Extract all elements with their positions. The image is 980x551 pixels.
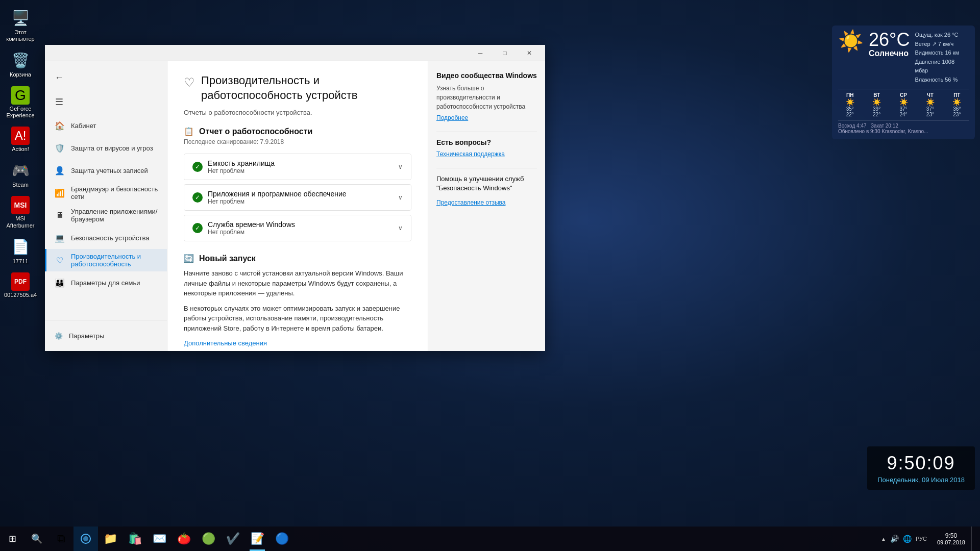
taskbar-clock[interactable]: 9:50 09.07.2018 [932,532,970,545]
health-item-windows-time-status: Нет проблем [208,229,295,236]
health-item-apps-header[interactable]: ✓ Приложения и программное обеспечение Н… [184,185,411,210]
taskbar-apps: ⧉ 📁 🛍️ ✉️ 🍅 🟢 ✔️ 📝 🔵 [49,527,294,551]
taskbar-store[interactable]: 🛍️ [122,527,147,551]
desktop-icon-steam[interactable]: 🎮 Steam [3,158,38,191]
new-start-title-row: 🔄 Новый запуск [184,254,411,263]
sidebar-item-cabinet-label: Кабинет [71,122,96,130]
minimize-button[interactable]: ─ [469,45,492,61]
close-button[interactable]: ✕ [518,45,541,61]
health-item-windows-time-info: Служба времени Windows Нет проблем [208,220,295,236]
sidebar-item-antivirus[interactable]: 🛡️ Защита от вирусов и угроз [45,137,167,159]
weather-forecast: ПН ☀️ 35° 22° ВТ ☀️ 39° 22° СР ☀️ 37° 24… [838,89,969,117]
right-panel-divider-2 [436,168,537,168]
page-subtitle: Отчеты о работоспособности устройства. [184,109,411,116]
start-button[interactable]: ⊞ [0,527,24,551]
pdf-icon: PDF [11,272,30,291]
health-item-storage: ✓ Емкость хранилища Нет проблем ∨ [184,154,411,180]
taskbar-todo[interactable]: ✔️ [220,527,245,551]
forecast-day-thu: ЧТ ☀️ 37° 23° [918,92,942,117]
desktop-icon-pdf[interactable]: PDF 00127505.а4 [3,270,38,301]
sidebar-item-family[interactable]: 👪 Параметры для семьи [45,271,167,294]
desktop-icon-geforce[interactable]: G GeForceExperience [3,84,38,121]
sidebar-item-family-label: Параметры для семьи [71,279,140,287]
word-icon: 📄 [10,237,31,257]
desktop-icon-msi[interactable]: MSI MSIAfterburner [3,193,38,231]
health-item-storage-left: ✓ Емкость хранилища Нет проблем [192,159,275,174]
right-panel-video-link[interactable]: Подробнее [436,114,537,121]
app-control-icon: 🖥 [55,211,65,220]
right-panel-video-title: Видео сообщества Windows [436,71,537,80]
sidebar-hamburger-button[interactable]: ☰ [49,92,69,112]
account-icon: 👤 [55,166,65,176]
taskbar-network-icon[interactable]: 🌐 [903,535,912,543]
page-title: Производительность и работоспособность у… [201,73,411,103]
forecast-day-mon: ПН ☀️ 35° 22° [838,92,862,117]
steam-icon: 🎮 [10,160,31,181]
report-section-header: 📋 Отчет о работоспособности [184,127,411,136]
this-pc-label: Этоткомпьютер [6,29,34,42]
performance-icon: ♡ [55,256,65,265]
recycle-bin-icon: 🗑️ [10,50,31,70]
taskbar-green-app[interactable]: 🟢 [196,527,220,551]
taskbar-cortana[interactable] [74,527,98,551]
desktop-icon-word[interactable]: 📄 17711 [3,234,38,267]
taskbar-task-view[interactable]: ⧉ [49,527,74,551]
right-panel-feedback-link[interactable]: Предоставление отзыва [436,199,537,206]
sidebar-item-app-control-label: Управление приложениями/браузером [71,208,159,223]
right-panel: Видео сообщества Windows Узнать больше о… [428,61,545,351]
window-body: ← ☰ 🏠 Кабинет 🛡️ Защита от вирусов и угр… [45,61,545,351]
health-item-apps-status: Нет проблем [208,198,347,205]
recycle-bin-label: Корзина [10,71,31,78]
desktop-icon-this-pc[interactable]: 🖥️ Этоткомпьютер [3,5,38,45]
maximize-button[interactable]: □ [493,45,517,61]
new-start-icon: 🔄 [184,254,194,263]
taskbar-pomodoro[interactable]: 🍅 [172,527,196,551]
taskbar-mail[interactable]: ✉️ [147,527,172,551]
sidebar-item-performance-label: Производительность и работоспособность [71,253,159,268]
sidebar-item-settings-label: Параметры [69,332,104,340]
sidebar-item-performance[interactable]: ♡ Производительность и работоспособность [45,249,167,271]
taskbar-show-desktop[interactable] [971,527,978,551]
taskbar-file-explorer[interactable]: 📁 [98,527,122,551]
taskbar-date: 09.07.2018 [937,539,965,545]
sidebar-item-cabinet[interactable]: 🏠 Кабинет [45,114,167,137]
desktop-icon-recycle-bin[interactable]: 🗑️ Корзина [3,47,38,81]
taskbar-time: 9:50 [945,532,957,539]
new-start-section: 🔄 Новый запуск Начните заново с чистой у… [184,254,411,347]
taskbar-language-indicator[interactable]: РУС [916,536,927,542]
health-chevron-time: ∨ [398,224,403,232]
desktop-icon-action[interactable]: A! Action! [3,124,38,155]
sidebar-item-account[interactable]: 👤 Защита учетных записей [45,159,167,182]
health-item-windows-time-left: ✓ Служба времени Windows Нет проблем [192,220,295,236]
health-item-storage-header[interactable]: ✓ Емкость хранилища Нет проблем ∨ [184,154,411,180]
taskbar-right: ▲ 🔊 🌐 РУС 9:50 09.07.2018 [877,527,980,551]
device-security-icon: 💻 [55,233,65,243]
taskbar-systray-icons: ▲ 🔊 🌐 РУС [877,535,931,543]
geforce-label: GeForceExperience [6,106,34,119]
taskbar: ⊞ 🔍 ⧉ 📁 🛍️ ✉️ 🍅 🟢 ✔️ 📝 🔵 ▲ 🔊 🌐 РУС [0,527,980,551]
right-panel-video-text: Узнать больше о производительности и раб… [436,84,537,111]
page-title-row: ♡ Производительность и работоспособность… [184,73,411,103]
sidebar-item-device-security[interactable]: 💻 Безопасность устройства [45,227,167,249]
main-window: ─ □ ✕ ← ☰ 🏠 Кабинет 🛡️ Защита от вирусов… [45,45,545,351]
sidebar-item-settings[interactable]: ⚙️ Параметры [45,324,167,347]
taskbar-volume-icon[interactable]: 🔊 [890,535,899,543]
new-start-link[interactable]: Дополнительные сведения [184,339,267,347]
sidebar-back-button[interactable]: ← [49,67,69,88]
sidebar-item-firewall[interactable]: 📶 Брандмауэр и безопасность сети [45,182,167,204]
health-check-storage-icon: ✓ [192,162,203,172]
weather-temperature: 26°C [869,31,910,49]
steam-label: Steam [12,182,29,188]
report-section-icon: 📋 [184,127,194,136]
desktop: 🖥️ Этоткомпьютер 🗑️ Корзина G GeForceExp… [0,0,980,551]
health-item-windows-time-header[interactable]: ✓ Служба времени Windows Нет проблем ∨ [184,215,411,241]
taskbar-chevron-up[interactable]: ▲ [881,536,886,542]
sidebar-nav: 🏠 Кабинет 🛡️ Защита от вирусов и угроз 👤… [45,114,167,320]
taskbar-word[interactable]: 📝 [245,527,270,551]
sidebar-item-app-control[interactable]: 🖥 Управление приложениями/браузером [45,204,167,227]
sidebar: ← ☰ 🏠 Кабинет 🛡️ Защита от вирусов и угр… [45,61,167,351]
right-panel-support-link[interactable]: Техническая поддержка [436,151,537,158]
search-button[interactable]: 🔍 [24,527,49,551]
taskbar-blue-app[interactable]: 🔵 [270,527,294,551]
weather-sunrise-sunset: Восход 4:47 Закат 20:12 Обновлено в 9:30… [838,120,969,134]
